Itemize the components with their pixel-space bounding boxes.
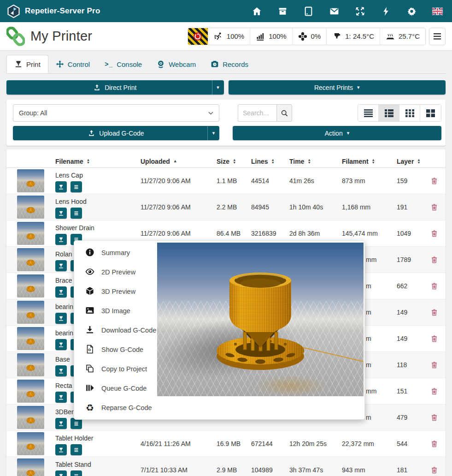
column-header-filename[interactable]: Filename▲▼ [55, 158, 141, 165]
view-list-detail-button[interactable] [379, 105, 399, 121]
print-gcode-button[interactable] [55, 470, 67, 476]
gcode-menu-button[interactable] [70, 181, 82, 192]
view-grid-large-button[interactable] [420, 105, 441, 121]
flow-value: 100% [269, 32, 286, 40]
action-button[interactable]: Action ▾ [233, 126, 441, 140]
upload-gcode-button[interactable]: Upload G-Code ▾ [13, 126, 219, 140]
delete-gcode-button[interactable] [431, 203, 438, 211]
emergency-stop-button[interactable] [188, 28, 208, 45]
speed-status[interactable]: 100% [208, 28, 250, 45]
delete-gcode-button[interactable] [431, 177, 438, 185]
tab-records[interactable]: Records [203, 55, 256, 73]
context-menu-item[interactable]: Show G-Code [74, 340, 157, 359]
column-header-layer[interactable]: Layer▲▼ [397, 158, 431, 165]
gcode-thumbnail[interactable] [17, 380, 44, 403]
context-menu-item[interactable]: ♻ Reparse G-Code [74, 398, 157, 417]
group-select[interactable]: Group: All [13, 104, 219, 122]
context-menu-item[interactable]: Download G-Code [74, 321, 157, 340]
gcode-thumbnail[interactable] [17, 327, 44, 350]
chevron-down-icon [208, 112, 213, 115]
delete-gcode-button[interactable] [431, 414, 438, 422]
navbar-icons [252, 6, 445, 17]
context-menu-item[interactable]: 3D Image [74, 301, 157, 321]
delete-gcode-button[interactable] [431, 335, 438, 343]
printer-menu-button[interactable] [429, 28, 446, 45]
column-header-uploaded[interactable]: Uploaded▲ [141, 158, 217, 165]
print-gcode-button[interactable] [55, 234, 67, 245]
home-icon[interactable] [252, 6, 262, 17]
gcode-menu-button[interactable] [70, 444, 82, 455]
context-menu-item[interactable]: 2D Preview [74, 262, 157, 282]
table-row[interactable]: Lens Hood 11/27/20 9:06 AM 2.2 MB 84945 … [6, 194, 446, 220]
fan-status[interactable]: 0% [293, 28, 327, 45]
tab-print[interactable]: Print [6, 55, 48, 73]
context-menu-item[interactable]: Copy to Project [74, 359, 157, 379]
delete-gcode-button[interactable] [431, 466, 438, 474]
upload-gcode-dropdown[interactable]: ▾ [207, 126, 219, 140]
settings-icon[interactable] [406, 6, 417, 17]
table-row[interactable]: Lens Cap 11/27/20 9:06 AM 1.1 MB 44514 4… [6, 168, 446, 194]
column-header-lines[interactable]: Lines▲▼ [251, 158, 289, 165]
delete-gcode-button[interactable] [431, 309, 438, 316]
tab-label: Records [223, 60, 248, 68]
gcode-thumbnail[interactable] [17, 432, 44, 455]
table-row[interactable]: Tablet Stand 7/1/21 10:33 AM 2.9 MB 1049… [6, 457, 446, 476]
mail-icon[interactable] [329, 6, 340, 17]
gcode-thumbnail[interactable] [17, 274, 44, 298]
delete-gcode-button[interactable] [431, 230, 438, 238]
column-header-size[interactable]: Size▲▼ [217, 158, 251, 165]
gcode-thumbnail[interactable] [17, 353, 44, 376]
bed-temp-status[interactable]: 25.7°C [380, 28, 425, 45]
context-menu-item[interactable]: Summary [74, 243, 157, 262]
delete-gcode-button[interactable] [431, 256, 438, 264]
direct-print-dropdown[interactable]: ▾ [212, 80, 224, 95]
view-list-button[interactable] [358, 105, 379, 121]
view-grid-small-button[interactable] [399, 105, 420, 121]
extruder-temp-status[interactable]: 1: 24.5°C [327, 28, 380, 45]
tablet-icon[interactable] [303, 6, 314, 17]
print-gcode-button[interactable] [55, 286, 67, 298]
column-header-time[interactable]: Time▲▼ [289, 158, 342, 165]
table-row[interactable]: Tablet Holder 4/16/21 11:26 AM 16.9 MB 6… [6, 431, 446, 457]
delete-gcode-button[interactable] [431, 282, 438, 290]
tab-console[interactable]: >_ Console [97, 55, 149, 73]
gcode-thumbnail[interactable] [17, 169, 44, 192]
context-menu-item[interactable]: 3D Preview [74, 282, 157, 301]
gcode-thumbnail[interactable] [17, 301, 44, 324]
print-gcode-button[interactable] [55, 208, 67, 219]
search-button[interactable] [276, 104, 292, 122]
recent-prints-button[interactable]: Recent Prints ▾ [229, 80, 446, 95]
print-icon [58, 342, 64, 348]
gcode-menu-button[interactable] [70, 208, 82, 219]
gcode-thumbnail[interactable] [17, 248, 44, 271]
delete-gcode-button[interactable] [431, 440, 438, 448]
language-uk-flag-icon[interactable] [432, 6, 443, 17]
search-input[interactable] [238, 104, 276, 122]
direct-print-button[interactable]: Direct Print ▾ [6, 80, 224, 95]
print-gcode-button[interactable] [55, 444, 67, 455]
column-header-filament[interactable]: Filament▲▼ [342, 158, 397, 165]
delete-gcode-button[interactable] [431, 387, 438, 395]
printer-box-icon[interactable] [277, 6, 288, 17]
gcode-thumbnail[interactable] [17, 458, 44, 476]
print-gcode-button[interactable] [55, 313, 67, 324]
context-menu-item[interactable]: Queue G-Code [74, 379, 157, 398]
delete-gcode-button[interactable] [431, 361, 438, 369]
print-gcode-button[interactable] [55, 260, 67, 271]
print-gcode-button[interactable] [55, 392, 67, 403]
brand[interactable]: Repetier-Server Pro [7, 5, 100, 18]
gcode-thumbnail[interactable] [17, 196, 44, 219]
print-gcode-button[interactable] [55, 339, 67, 350]
print-gcode-button[interactable] [55, 418, 67, 429]
menu-item-label: 3D Preview [101, 288, 135, 295]
power-icon[interactable] [381, 6, 391, 17]
flow-status[interactable]: 100% [250, 28, 292, 45]
tab-control[interactable]: Control [48, 55, 97, 73]
gcode-thumbnail[interactable] [17, 406, 44, 429]
gcode-thumbnail[interactable] [17, 222, 44, 245]
print-gcode-button[interactable] [55, 365, 67, 376]
tab-webcam[interactable]: Webcam [149, 55, 203, 73]
print-gcode-button[interactable] [55, 181, 67, 192]
gcode-menu-button[interactable] [70, 470, 82, 476]
expand-icon[interactable] [355, 6, 365, 17]
